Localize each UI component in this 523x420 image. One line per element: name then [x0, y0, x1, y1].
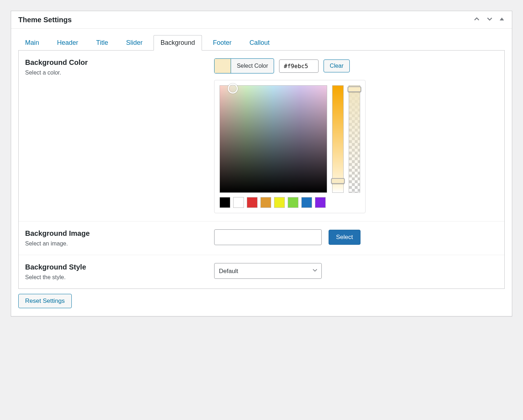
chevron-up-icon[interactable]: [473, 15, 480, 24]
panel-body: Main Header Title Slider Background Foot…: [11, 29, 512, 316]
collapse-triangle-icon[interactable]: [499, 16, 505, 23]
field-desc-bg-image: Select an image.: [25, 240, 207, 247]
clear-color-button[interactable]: Clear: [324, 59, 349, 72]
field-title-bg-image: Background Image: [25, 229, 207, 238]
tab-footer[interactable]: Footer: [206, 35, 239, 51]
tab-title[interactable]: Title: [89, 35, 115, 51]
alpha-handle[interactable]: [348, 86, 361, 92]
bg-style-select[interactable]: Default: [214, 263, 322, 279]
theme-settings-panel: Theme Settings Main Header Title Slider …: [11, 11, 512, 316]
hue-slider[interactable]: [332, 85, 344, 193]
swatch-green[interactable]: [288, 197, 298, 208]
swatch-orange[interactable]: [260, 197, 271, 208]
tab-content-background: Background Color Select a color. Select …: [18, 51, 505, 289]
field-desc-bg-color: Select a color.: [25, 70, 207, 76]
swatch-purple[interactable]: [315, 197, 326, 208]
tab-background[interactable]: Background: [154, 35, 202, 51]
field-background-style: Background Style Select the style. Defau…: [19, 255, 504, 288]
bg-image-select-button[interactable]: Select: [329, 230, 361, 245]
tab-header[interactable]: Header: [50, 35, 85, 51]
reset-settings-button[interactable]: Reset Settings: [18, 294, 72, 308]
color-swatch-preview: [215, 59, 231, 73]
saturation-handle[interactable]: [228, 83, 238, 94]
select-color-button[interactable]: Select Color: [214, 58, 274, 73]
field-title-bg-style: Background Style: [25, 263, 207, 271]
swatch-yellow[interactable]: [274, 197, 285, 208]
swatch-black[interactable]: [220, 197, 230, 208]
panel-header: Theme Settings: [11, 11, 512, 29]
field-desc-bg-style: Select the style.: [25, 274, 207, 281]
bg-image-input[interactable]: [214, 229, 322, 245]
preset-swatch-row: [220, 197, 360, 208]
tabs: Main Header Title Slider Background Foot…: [18, 35, 505, 51]
hue-handle[interactable]: [331, 178, 345, 184]
swatch-white[interactable]: [233, 197, 244, 208]
alpha-slider[interactable]: [349, 85, 360, 193]
swatch-blue[interactable]: [301, 197, 312, 208]
hex-input[interactable]: [279, 59, 319, 73]
color-picker: [214, 80, 366, 213]
swatch-red[interactable]: [247, 197, 258, 208]
tab-main[interactable]: Main: [18, 35, 46, 51]
field-title-bg-color: Background Color: [25, 58, 207, 67]
tab-callout[interactable]: Callout: [243, 35, 277, 51]
field-background-color: Background Color Select a color. Select …: [19, 51, 504, 221]
field-background-image: Background Image Select an image. Select: [19, 221, 504, 255]
panel-title: Theme Settings: [18, 16, 72, 24]
select-color-label: Select Color: [231, 63, 274, 69]
chevron-down-icon[interactable]: [486, 15, 493, 24]
tab-slider[interactable]: Slider: [119, 35, 149, 51]
bg-style-select-wrap: Default: [214, 263, 322, 279]
panel-actions: [473, 15, 505, 24]
saturation-square[interactable]: [220, 85, 327, 193]
